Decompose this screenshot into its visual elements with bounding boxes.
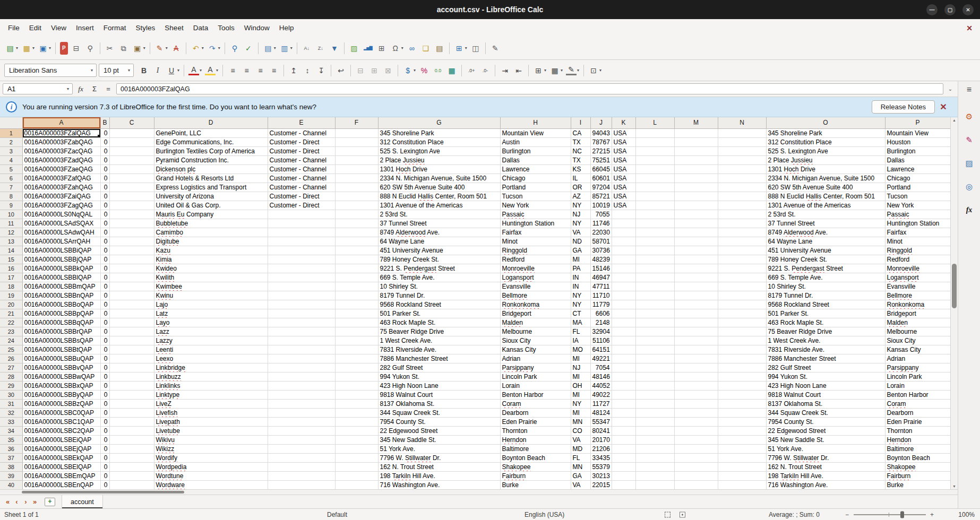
cell-E3[interactable]: Customer - Direct <box>268 146 335 155</box>
cell-P23[interactable]: Melbourne <box>885 327 950 336</box>
sidebar-settings-icon[interactable]: ≡ <box>967 83 972 96</box>
cell-E28[interactable] <box>268 372 335 381</box>
borders-button[interactable]: ⊞▾ <box>531 62 548 79</box>
selection-mode-icon[interactable] <box>665 512 670 517</box>
cell-G37[interactable]: 7796 W. Stillwater Dr. <box>378 453 500 462</box>
cell-E6[interactable]: Customer - Channel <box>268 174 335 183</box>
sort-ascending-button[interactable]: A↓ <box>300 40 314 57</box>
cell-N13[interactable] <box>718 237 766 246</box>
cell-B33[interactable]: 0 <box>100 417 109 426</box>
cell-B5[interactable]: 0 <box>100 164 109 174</box>
cell-F4[interactable] <box>335 155 378 164</box>
column-header-G[interactable]: G <box>378 117 500 128</box>
row-header-40[interactable]: 40 <box>0 480 22 489</box>
cell-E38[interactable] <box>268 462 335 471</box>
cell-P34[interactable]: Thornton <box>885 426 950 435</box>
cell-C28[interactable] <box>109 372 154 381</box>
cell-B2[interactable]: 0 <box>100 137 109 146</box>
cell-N37[interactable] <box>718 453 766 462</box>
cell-J30[interactable]: 49022 <box>590 390 612 399</box>
cell-P5[interactable]: Lawrence <box>885 164 950 174</box>
redo-dropdown[interactable]: ▾ <box>218 46 220 50</box>
cell-B23[interactable]: 0 <box>100 327 109 336</box>
cell-I13[interactable]: ND <box>571 237 590 246</box>
cell-P10[interactable]: Passaic <box>885 210 950 219</box>
cell-E13[interactable] <box>268 237 335 246</box>
cell-I19[interactable]: NY <box>571 291 590 300</box>
cell-H36[interactable]: Baltimore <box>500 444 571 453</box>
save-dropdown[interactable]: ▾ <box>49 46 51 50</box>
row-header-39[interactable]: 39 <box>0 471 22 480</box>
cell-E17[interactable] <box>268 273 335 282</box>
cell-K35[interactable] <box>612 435 635 444</box>
menu-sheet[interactable]: Sheet <box>160 21 188 34</box>
column-header-E[interactable]: E <box>268 117 335 128</box>
cell-N39[interactable] <box>718 471 766 480</box>
cell-G13[interactable]: 64 Wayne Lane <box>378 237 500 246</box>
cell-K25[interactable] <box>612 345 635 354</box>
cell-L28[interactable] <box>635 372 674 381</box>
cell-H5[interactable]: Lawrence <box>500 164 571 174</box>
cell-J25[interactable]: 64151 <box>590 345 612 354</box>
cell-I4[interactable]: TX <box>571 155 590 164</box>
cell-J31[interactable]: 11727 <box>590 399 612 408</box>
cell-L26[interactable] <box>635 354 674 363</box>
cell-M16[interactable] <box>674 264 718 273</box>
cell-K8[interactable]: USA <box>612 192 635 201</box>
cell-I11[interactable]: NY <box>571 219 590 228</box>
cell-N27[interactable] <box>718 363 766 372</box>
vertical-scrollbar[interactable]: ▲ ▼ <box>950 117 958 489</box>
cell-K15[interactable] <box>612 255 635 264</box>
cell-F31[interactable] <box>335 399 378 408</box>
cell-J19[interactable]: 11710 <box>590 291 612 300</box>
cell-P29[interactable]: Lorain <box>885 381 950 390</box>
cell-C1[interactable] <box>109 128 154 137</box>
cell-O34[interactable]: 22 Edgewood Street <box>766 426 885 435</box>
cell-F7[interactable] <box>335 183 378 192</box>
cell-D37[interactable]: Wordify <box>154 453 268 462</box>
cell-O31[interactable]: 8137 Oklahoma St. <box>766 399 885 408</box>
cell-A26[interactable]: 0016A00000LSBBuQAP <box>22 354 100 363</box>
cell-C21[interactable] <box>109 309 154 318</box>
cell-A13[interactable]: 0016A00000LSArrQAH <box>22 237 100 246</box>
maximize-button[interactable]: ▢ <box>944 4 956 15</box>
language[interactable]: English (USA) <box>525 511 564 518</box>
export-as-pdf-button[interactable]: P <box>58 40 70 57</box>
cell-A25[interactable]: 0016A00000LSBBtQAP <box>22 345 100 354</box>
row-header-37[interactable]: 37 <box>0 453 22 462</box>
cell-N15[interactable] <box>718 255 766 264</box>
show-draw-functions-button[interactable]: ✎ <box>488 40 502 57</box>
cell-N16[interactable] <box>718 264 766 273</box>
insert-image-button[interactable]: ▨ <box>347 40 361 57</box>
cell-O23[interactable]: 75 Beaver Ridge Drive <box>766 327 885 336</box>
cell-B24[interactable]: 0 <box>100 336 109 345</box>
cell-B15[interactable]: 0 <box>100 255 109 264</box>
cell-O7[interactable]: 620 SW 5th Avenue Suite 400 <box>766 183 885 192</box>
cell-C16[interactable] <box>109 264 154 273</box>
column-header-O[interactable]: O <box>766 117 885 128</box>
cell-K28[interactable] <box>612 372 635 381</box>
cell-M30[interactable] <box>674 390 718 399</box>
cell-C7[interactable] <box>109 183 154 192</box>
cell-B13[interactable]: 0 <box>100 237 109 246</box>
cell-A28[interactable]: 0016A00000LSBBwQAP <box>22 372 100 381</box>
cell-E19[interactable] <box>268 291 335 300</box>
italic-button[interactable]: I <box>151 62 165 79</box>
cell-E18[interactable] <box>268 282 335 291</box>
cell-I37[interactable]: FL <box>571 453 590 462</box>
cell-F37[interactable] <box>335 453 378 462</box>
zoom-slider-thumb[interactable] <box>900 511 904 518</box>
cell-K16[interactable] <box>612 264 635 273</box>
cell-C9[interactable] <box>109 201 154 210</box>
cell-P36[interactable]: Baltimore <box>885 444 950 453</box>
cell-N24[interactable] <box>718 336 766 345</box>
cell-P6[interactable]: Chicago <box>885 174 950 183</box>
cell-N28[interactable] <box>718 372 766 381</box>
cell-P24[interactable]: Sioux City <box>885 336 950 345</box>
cell-A23[interactable]: 0016A00000LSBBrQAP <box>22 327 100 336</box>
cell-G1[interactable]: 345 Shoreline Park <box>378 128 500 137</box>
cell-I29[interactable]: OH <box>571 381 590 390</box>
cell-M15[interactable] <box>674 255 718 264</box>
cell-J29[interactable]: 44052 <box>590 381 612 390</box>
cell-D24[interactable]: Lazzy <box>154 336 268 345</box>
